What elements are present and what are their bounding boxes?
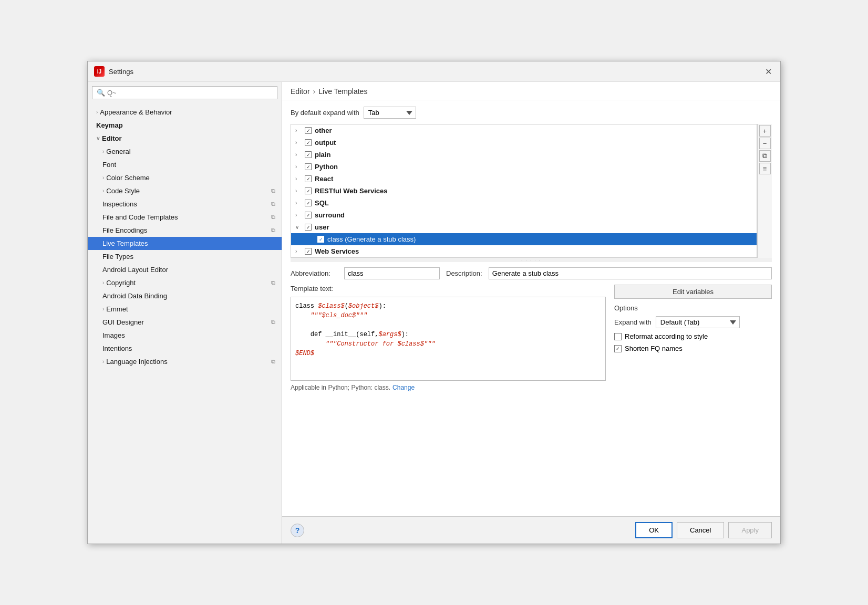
expand-with-label: By default expand with [291,109,359,117]
tree-item-user[interactable]: ∨ user [291,221,757,233]
shorten-eq-checkbox-row[interactable]: Shorten FQ names [614,345,772,352]
tree-checkbox-sql[interactable] [305,200,312,206]
search-input[interactable] [107,89,273,97]
description-input[interactable] [489,267,772,279]
tree-arrow-down-icon: ∨ [295,224,302,230]
add-template-button[interactable]: + [759,125,771,137]
bottom-bar: ? OK Cancel Apply [282,516,780,544]
dialog-body: 🔍 › Appearance & Behavior Keymap ∨ Edito… [88,82,780,544]
chevron-right-icon: › [102,306,104,312]
tree-checkbox-react[interactable] [305,175,312,182]
sidebar-item-live-templates[interactable]: Live Templates [88,237,282,250]
sidebar-item-intentions[interactable]: Intentions [88,342,282,355]
chevron-right-icon: › [96,109,98,115]
sidebar-item-editor[interactable]: ∨ Editor [88,132,282,145]
expand-with-dropdown[interactable]: Tab Enter Space [364,107,416,119]
reformat-checkbox[interactable] [614,333,622,340]
sidebar-item-copyright[interactable]: › Copyright ⧉ [88,276,282,289]
copy-icon: ⧉ [271,227,275,234]
list-template-button[interactable]: ≡ [759,163,771,174]
tree-arrow-icon: › [295,212,302,218]
template-tree: › other › output › [291,124,757,258]
sidebar-item-language-injections[interactable]: › Language Injections ⧉ [88,355,282,368]
sidebar-item-android-layout-editor[interactable]: Android Layout Editor [88,263,282,276]
content-area: By default expand with Tab Enter Space › [282,100,780,516]
sidebar-item-font[interactable]: Font [88,158,282,171]
options-expand-label: Expand with [614,318,652,326]
reformat-checkbox-row[interactable]: Reformat according to style [614,332,772,340]
sidebar-item-gui-designer[interactable]: GUI Designer ⧉ [88,316,282,329]
sidebar-item-file-types[interactable]: File Types [88,250,282,263]
options-expand-dropdown[interactable]: Default (Tab) Tab Enter Space [656,316,740,328]
tree-checkbox-other[interactable] [305,127,312,134]
tree-checkbox-class-stub[interactable] [317,236,324,243]
tree-item-plain[interactable]: › plain [291,149,757,161]
tree-checkbox-output[interactable] [305,139,312,146]
sidebar-item-label: File Encodings [102,226,147,234]
template-section: Template text: class $class$($object$): … [291,285,772,391]
search-box[interactable]: 🔍 [92,86,277,99]
tree-checkbox-plain[interactable] [305,151,312,158]
tree-item-python[interactable]: › Python [291,161,757,173]
tree-checkbox-python[interactable] [305,163,312,170]
tree-checkbox-restful[interactable] [305,187,312,194]
sidebar-item-keymap[interactable]: Keymap [88,119,282,132]
tree-arrow-icon: › [295,200,302,206]
tree-checkbox-surround[interactable] [305,212,312,218]
close-button[interactable]: ✕ [762,66,774,77]
ok-button[interactable]: OK [635,522,673,538]
applicable-row: Applicable in Python; Python: class. Cha… [291,384,606,391]
abbreviation-label: Abbreviation: [291,269,338,277]
sidebar-item-label: Language Injections [106,358,167,366]
tree-item-surround[interactable]: › surround [291,209,757,221]
tree-item-label-other: other [315,127,332,134]
breadcrumb-separator: › [313,87,316,96]
splitter: · · · · · [291,258,772,262]
sidebar-item-images[interactable]: Images [88,329,282,342]
expand-with-row: By default expand with Tab Enter Space [291,107,772,119]
sidebar-item-general[interactable]: › General [88,145,282,158]
abbreviation-input[interactable] [344,267,440,279]
abbreviation-description-row: Abbreviation: Description: [291,267,772,279]
tree-item-class-stub[interactable]: class (Generate a stub class) [291,233,757,245]
tree-item-other[interactable]: › other [291,124,757,137]
sidebar-item-label: File Types [102,253,133,260]
title-bar: IJ Settings ✕ [88,61,780,82]
sidebar-item-appearance[interactable]: › Appearance & Behavior [88,106,282,119]
sidebar-item-emmet[interactable]: › Emmet [88,302,282,316]
applicable-change-link[interactable]: Change [392,384,415,391]
options-section: Options Expand with Default (Tab) Tab En… [614,304,772,352]
sidebar-item-android-data-binding[interactable]: Android Data Binding [88,289,282,302]
chevron-down-icon: ∨ [96,135,100,141]
sidebar-item-label: Android Data Binding [102,292,167,300]
tree-item-sql[interactable]: › SQL [291,197,757,209]
remove-template-button[interactable]: − [759,138,771,149]
sidebar-item-file-encodings[interactable]: File Encodings ⧉ [88,224,282,237]
sidebar-item-label: Inspections [102,200,137,208]
edit-variables-button[interactable]: Edit variables [614,285,772,299]
sidebar-item-label: Editor [102,134,122,142]
template-text-area: Template text: class $class$($object$): … [291,285,606,391]
title-bar-left: IJ Settings [94,66,133,77]
tree-item-output[interactable]: › output [291,137,757,149]
help-button[interactable]: ? [291,524,304,537]
sidebar-item-file-code-templates[interactable]: File and Code Templates ⧉ [88,211,282,224]
cancel-button[interactable]: Cancel [677,522,724,538]
tree-checkbox-user[interactable] [305,224,312,231]
code-editor[interactable]: class $class$($object$): """$cls_doc$"""… [291,297,606,381]
sidebar-item-label: Font [102,161,116,169]
tree-arrow-icon: › [295,140,302,145]
tree-item-web-services[interactable]: › Web Services [291,245,757,257]
shorten-eq-checkbox[interactable] [614,345,622,352]
copy-icon: ⧉ [271,358,275,365]
sidebar-item-code-style[interactable]: › Code Style ⧉ [88,184,282,197]
apply-button[interactable]: Apply [728,522,772,538]
sidebar-item-inspections[interactable]: Inspections ⧉ [88,197,282,211]
copy-template-button[interactable]: ⧉ [759,150,771,162]
tree-item-restful[interactable]: › RESTful Web Services [291,185,757,197]
sidebar-item-color-scheme[interactable]: › Color Scheme [88,171,282,184]
tree-arrow-icon: › [295,128,302,133]
tree-item-label-output: output [315,139,336,147]
tree-checkbox-web-services[interactable] [305,248,312,255]
tree-item-react[interactable]: › React [291,173,757,185]
